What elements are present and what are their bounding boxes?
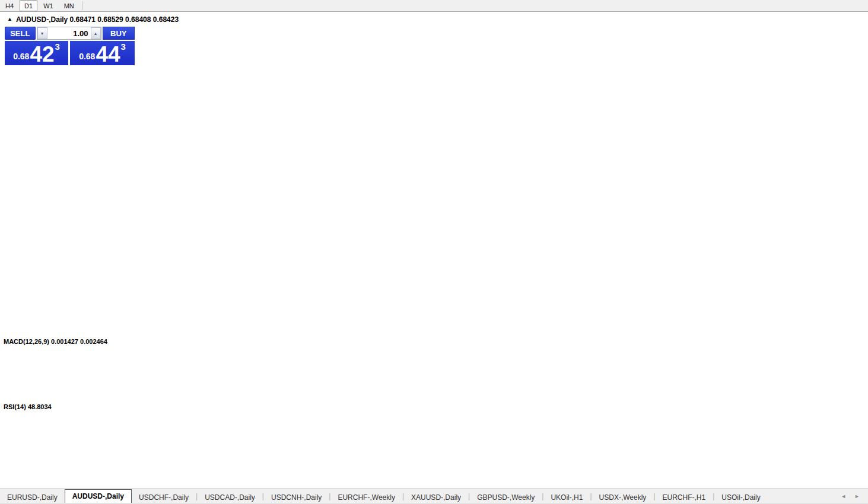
toolbar-separator [82, 1, 82, 10]
tab-usdcad-daily[interactable]: USDCAD-,Daily [198, 492, 262, 503]
tab-scroll-left-icon[interactable]: ◄ [841, 493, 846, 499]
sell-price-prefix: 0.68 [13, 52, 29, 61]
buy-button[interactable]: BUY [103, 27, 135, 40]
tab-usoil-daily[interactable]: USOil-,Daily [714, 492, 767, 503]
buy-price-big: 44 [96, 45, 120, 63]
tab-xauusd-daily[interactable]: XAUUSD-,Daily [404, 492, 468, 503]
buy-price-prefix: 0.68 [79, 52, 95, 61]
macd-indicator-label: MACD(12,26,9) 0.001427 0.002464 [4, 338, 107, 345]
collapse-triangle-icon[interactable]: ▲ [7, 16, 12, 22]
sell-price-sup: 3 [55, 42, 60, 52]
tab-usdx-weekly[interactable]: USDX-,Weekly [592, 492, 654, 503]
tab-audusd-daily[interactable]: AUDUSD-,Daily [65, 489, 132, 503]
sell-price-button[interactable]: 0.68 42 3 [5, 41, 68, 65]
timeframe-button-h4[interactable]: H4 [1, 0, 18, 11]
sell-price-big: 42 [30, 45, 54, 63]
buy-price-button[interactable]: 0.68 44 3 [70, 41, 135, 65]
timeframe-button-w1[interactable]: W1 [39, 0, 58, 11]
chart-title: ▲ AUDUSD-,Daily 0.68471 0.68529 0.68408 … [7, 15, 179, 24]
chart-canvas[interactable] [0, 12, 868, 487]
volume-up-icon[interactable]: ▲ [91, 27, 101, 39]
tab-eurusd-daily[interactable]: EURUSD-,Daily [0, 492, 65, 503]
symbol-tab-bar: EURUSD-,DailyAUDUSD-,DailyUSDCHF-,Daily|… [0, 488, 868, 503]
rsi-indicator-label: RSI(14) 48.8034 [4, 403, 52, 410]
sell-button[interactable]: SELL [5, 27, 36, 40]
volume-down-icon[interactable]: ▼ [37, 27, 47, 39]
volume-stepper: ▼ ▲ [37, 27, 101, 40]
one-click-trade-panel: SELL ▼ ▲ BUY 0.68 42 3 0.68 44 3 [5, 27, 135, 75]
trading-terminal: H4D1W1MN ▲ AUDUSD-,Daily 0.68471 0.68529… [0, 0, 868, 504]
chart-title-text: AUDUSD-,Daily 0.68471 0.68529 0.68408 0.… [16, 15, 179, 24]
timeframe-button-d1[interactable]: D1 [20, 0, 37, 11]
tab-eurchf-weekly[interactable]: EURCHF-,Weekly [330, 492, 402, 503]
buy-price-sup: 3 [121, 42, 126, 52]
timeframe-toolbar: H4D1W1MN [0, 0, 868, 12]
tab-gbpusd-weekly[interactable]: GBPUSD-,Weekly [470, 492, 542, 503]
tab-ukoil-h1[interactable]: UKOil-,H1 [543, 492, 590, 503]
tab-scroll-right-icon[interactable]: ► [854, 493, 860, 499]
tab-usdchf-daily[interactable]: USDCHF-,Daily [132, 492, 196, 503]
tab-eurchf-h1[interactable]: EURCHF-,H1 [656, 492, 713, 503]
tab-usdcnh-daily[interactable]: USDCNH-,Daily [264, 492, 329, 503]
chart-window: ▲ AUDUSD-,Daily 0.68471 0.68529 0.68408 … [0, 12, 868, 487]
tab-scroll-nav: ◄► [841, 493, 868, 499]
volume-input[interactable] [47, 27, 91, 39]
timeframe-button-mn[interactable]: MN [59, 0, 79, 11]
